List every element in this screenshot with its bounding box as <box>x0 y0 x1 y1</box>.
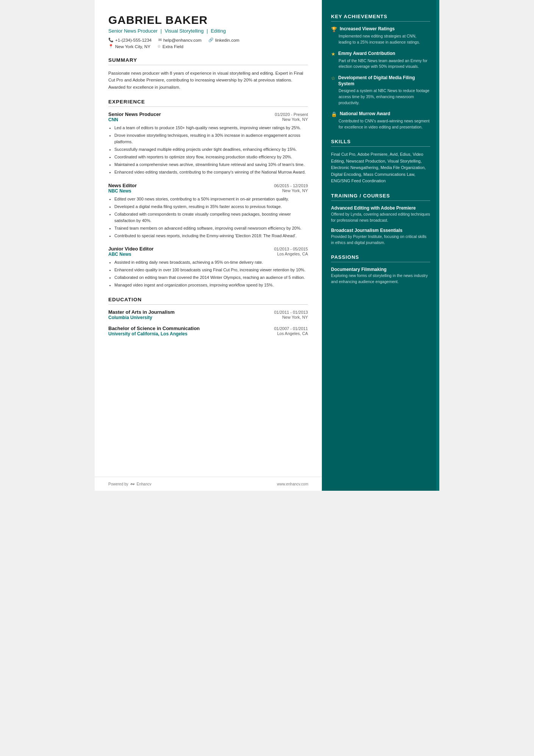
sep1: | <box>161 28 163 34</box>
training2-title: Broadcast Journalism Essentials <box>331 228 430 233</box>
edu2-loc-row: University of California, Los Angeles Lo… <box>108 331 308 337</box>
job2-location-row: NBC News New York, NY <box>108 188 308 194</box>
candidate-subtitle: Senior News Producer | Visual Storytelli… <box>108 28 308 34</box>
achievement1-header: 🏆 Increased Viewer Ratings <box>331 26 430 32</box>
job3-bullet-3: Collaborated on editing team that covere… <box>114 274 308 281</box>
job3-location: Los Angeles, CA <box>277 252 308 257</box>
subtitle-job: Senior News Producer <box>108 28 158 34</box>
edu2-location: Los Angeles, CA <box>277 331 308 337</box>
job2-header: News Editor 06/2015 - 12/2019 <box>108 183 308 188</box>
achievement-emmy: ★ Emmy Award Contribution Part of the NB… <box>331 51 430 70</box>
job-senior-news-producer: Senior News Producer 01/2020 - Present C… <box>108 111 308 175</box>
edu1-date: 01/2011 - 01/2013 <box>274 310 308 315</box>
summary-section: SUMMARY Passionate news producer with 8 … <box>108 57 308 91</box>
linkedin-value: linkedin.com <box>215 38 239 42</box>
job3-date: 01/2013 - 05/2015 <box>274 247 308 251</box>
achievement1-desc: Implemented new editing strategies at CN… <box>331 33 430 45</box>
achievement-viewer-ratings: 🏆 Increased Viewer Ratings Implemented n… <box>331 26 430 45</box>
achievement3-desc: Designed a system at NBC News to reduce … <box>331 88 430 106</box>
education-section: EDUCATION Master of Arts in Journalism 0… <box>108 297 308 337</box>
achievement-digital-system: ☆ Development of Digital Media Filing Sy… <box>331 75 430 106</box>
job1-location-row: CNN New York, NY <box>108 117 308 122</box>
skills-title: SKILLS <box>331 139 430 147</box>
summary-text: Passionate news producer with 8 years of… <box>108 70 308 91</box>
job2-bullet-3: Collaborated with correspondents to crea… <box>114 211 308 224</box>
enhancv-logo-icon: ∾ <box>130 481 135 487</box>
job1-bullet-6: Enhanced video editing standards, contri… <box>114 169 308 175</box>
edu-bachelors: Bachelor of Science in Communication 01/… <box>108 326 308 337</box>
powered-by-label: Powered by <box>108 482 128 486</box>
edu2-degree: Bachelor of Science in Communication <box>108 326 200 331</box>
job2-title: News Editor <box>108 183 137 188</box>
job1-bullet-2: Drove innovative storytelling techniques… <box>114 132 308 145</box>
training-broadcast: Broadcast Journalism Essentials Provided… <box>331 228 430 246</box>
edu1-degree: Master of Arts in Journalism <box>108 309 175 315</box>
achievement4-header: 🔒 National Murrow Award <box>331 111 430 117</box>
job1-title: Senior News Producer <box>108 111 161 117</box>
job3-title: Junior Video Editor <box>108 246 154 252</box>
achievement2-title: Emmy Award Contribution <box>338 51 395 57</box>
job2-company: NBC News <box>108 188 131 194</box>
phone-icon: 📞 <box>108 38 114 42</box>
job2-date: 06/2015 - 12/2019 <box>274 183 308 188</box>
job1-bullet-4: Coordinated with reporters to optimize s… <box>114 154 308 160</box>
skills-text: Final Cut Pro, Adobe Premiere, Avid, Edi… <box>331 151 430 185</box>
achievements-title: KEY ACHIEVEMENTS <box>331 14 430 22</box>
achievement-murrow: 🔒 National Murrow Award Contributed to C… <box>331 111 430 130</box>
job1-bullet-5: Maintained a comprehensive news archive,… <box>114 161 308 168</box>
footer: Powered by ∾ Enhancv www.enhancv.com <box>95 477 322 491</box>
job-junior-video-editor: Junior Video Editor 01/2013 - 05/2015 AB… <box>108 246 308 288</box>
sep2: | <box>206 28 209 34</box>
job2-bullet-1: Edited over 300 news stories, contributi… <box>114 196 308 202</box>
edu-masters: Master of Arts in Journalism 01/2011 - 0… <box>108 309 308 320</box>
job1-bullet-1: Led a team of editors to produce 150+ hi… <box>114 125 308 131</box>
phone-contact: 📞 +1-(234)-555-1234 <box>108 38 151 42</box>
edu1-header: Master of Arts in Journalism 01/2011 - 0… <box>108 309 308 315</box>
subtitle-skill2: Editing <box>211 28 226 34</box>
achievement3-title: Development of Digital Media Filing Syst… <box>338 75 430 87</box>
extra-value: Extra Field <box>162 44 183 49</box>
location-value: New York City, NY <box>115 44 150 49</box>
linkedin-contact: 🔗 linkedin.com <box>208 38 239 42</box>
training-title: TRAINING / COURSES <box>331 193 430 201</box>
edu2-header: Bachelor of Science in Communication 01/… <box>108 326 308 331</box>
job2-location: New York, NY <box>282 188 308 194</box>
training1-title: Advanced Editing with Adobe Premiere <box>331 205 430 211</box>
edu1-school: Columbia University <box>108 315 152 320</box>
job3-company: ABC News <box>108 252 131 257</box>
job3-bullets: Assisted in editing daily news broadcast… <box>108 259 308 288</box>
location-contact: 📍 New York City, NY <box>108 44 150 49</box>
job1-bullet-3: Successfully managed multiple editing pr… <box>114 146 308 153</box>
edu1-location: New York, NY <box>282 315 308 320</box>
accent-bar <box>436 0 439 491</box>
achievement4-desc: Contributed to CNN's award-winning news … <box>331 118 430 130</box>
email-icon: ✉ <box>158 38 162 42</box>
passion-documentary: Documentary Filmmaking Exploring new for… <box>331 267 430 285</box>
summary-title: SUMMARY <box>108 57 308 65</box>
education-title: EDUCATION <box>108 297 308 305</box>
job3-bullet-2: Enhanced video quality in over 100 broad… <box>114 267 308 273</box>
edu2-school: University of California, Los Angeles <box>108 331 187 337</box>
job1-bullets: Led a team of editors to produce 150+ hi… <box>108 125 308 175</box>
candidate-name: GABRIEL BAKER <box>108 14 308 27</box>
training-section: TRAINING / COURSES Advanced Editing with… <box>331 193 430 246</box>
experience-section: EXPERIENCE Senior News Producer 01/2020 … <box>108 99 308 288</box>
resume-page: GABRIEL BAKER Senior News Producer | Vis… <box>95 0 439 491</box>
linkedin-icon: 🔗 <box>208 38 214 42</box>
job3-bullet-1: Assisted in editing daily news broadcast… <box>114 259 308 266</box>
star-outline-icon: ☆ <box>331 75 336 81</box>
location-icon: 📍 <box>108 44 114 49</box>
passion1-title: Documentary Filmmaking <box>331 267 430 272</box>
passions-title: PASSIONS <box>331 254 430 262</box>
job3-location-row: ABC News Los Angeles, CA <box>108 252 308 257</box>
achievement2-desc: Part of the NBC News team awarded an Emm… <box>331 58 430 70</box>
training-adobe: Advanced Editing with Adobe Premiere Off… <box>331 205 430 224</box>
job1-company: CNN <box>108 117 118 122</box>
job3-header: Junior Video Editor 01/2013 - 05/2015 <box>108 246 308 252</box>
training1-desc: Offered by Lynda, covering advanced edit… <box>331 211 430 224</box>
email-contact: ✉ help@enhancv.com <box>158 38 201 42</box>
award-icon: 🔒 <box>331 111 337 117</box>
contact-row-1: 📞 +1-(234)-555-1234 ✉ help@enhancv.com 🔗… <box>108 38 308 42</box>
job2-bullet-2: Developed a digital media filing system,… <box>114 203 308 210</box>
achievement3-header: ☆ Development of Digital Media Filing Sy… <box>331 75 430 87</box>
